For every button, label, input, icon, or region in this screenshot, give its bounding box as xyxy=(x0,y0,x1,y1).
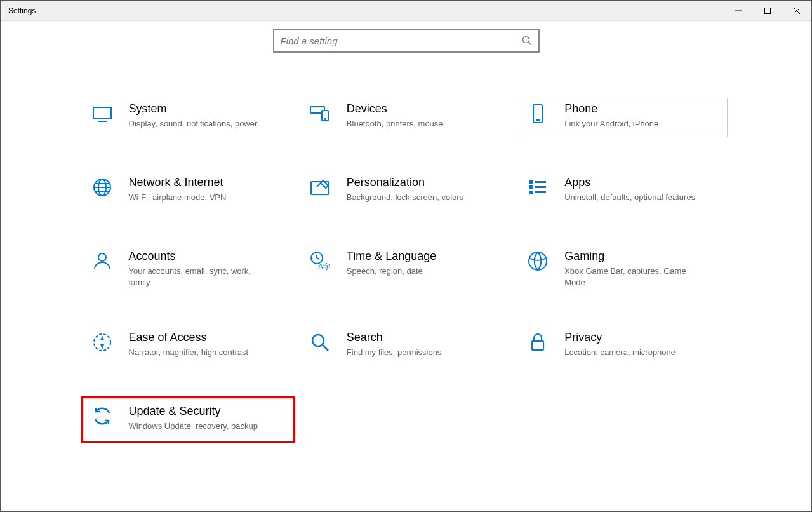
tile-title: Update & Security xyxy=(129,405,258,418)
svg-point-10 xyxy=(324,118,326,119)
tile-desc: Display, sound, notifications, power xyxy=(129,118,258,130)
lock-icon xyxy=(526,331,549,354)
tile-apps[interactable]: Apps Uninstall, defaults, optional featu… xyxy=(521,172,726,210)
tile-desc: Uninstall, defaults, optional features xyxy=(564,192,695,203)
tile-time-language[interactable]: A字 Time & Language Speech, region, date xyxy=(303,246,509,292)
tile-title: Network & Internet xyxy=(129,176,227,189)
svg-rect-6 xyxy=(93,107,111,119)
window-controls xyxy=(724,1,811,21)
close-button[interactable] xyxy=(782,1,811,21)
tile-desc: Link your Android, iPhone xyxy=(564,118,658,130)
tile-ease-of-access[interactable]: Ease of Access Narrator, magnifier, high… xyxy=(86,327,291,365)
tile-desc: Windows Update, recovery, backup xyxy=(129,421,258,432)
tile-title: Time & Language xyxy=(347,250,436,263)
tile-title: Personalization xyxy=(347,176,463,189)
accounts-icon xyxy=(91,250,114,273)
tile-system[interactable]: System Display, sound, notifications, po… xyxy=(86,98,291,137)
search-tile-icon xyxy=(309,331,331,354)
phone-icon xyxy=(526,102,549,125)
system-icon xyxy=(91,102,114,125)
svg-rect-25 xyxy=(535,191,546,193)
svg-rect-35 xyxy=(532,341,543,350)
tile-privacy[interactable]: Privacy Location, camera, microphone xyxy=(521,327,726,365)
search-input[interactable] xyxy=(281,36,522,46)
time-language-icon: A字 xyxy=(309,250,331,273)
tile-gaming[interactable]: Gaming Xbox Game Bar, captures, Game Mod… xyxy=(521,246,726,292)
tile-title: Gaming xyxy=(564,250,704,263)
tile-desc: Location, camera, microphone xyxy=(564,347,676,358)
tile-desc: Narrator, magnifier, high contrast xyxy=(129,347,249,358)
search-icon xyxy=(522,36,532,46)
window-title: Settings xyxy=(8,6,36,15)
search-box[interactable] xyxy=(273,29,540,53)
tile-desc: Speech, region, date xyxy=(347,266,436,277)
svg-rect-1 xyxy=(765,8,771,14)
svg-rect-20 xyxy=(529,180,533,184)
svg-line-34 xyxy=(323,345,328,351)
tile-network[interactable]: Network & Internet Wi-Fi, airplane mode,… xyxy=(86,172,291,210)
maximize-button[interactable] xyxy=(753,1,782,21)
svg-rect-23 xyxy=(535,181,546,183)
tile-title: Phone xyxy=(564,102,658,116)
tile-update-security[interactable]: Update & Security Windows Update, recove… xyxy=(86,401,291,439)
tile-title: Accounts xyxy=(129,250,269,263)
svg-point-4 xyxy=(522,37,529,43)
personalization-icon xyxy=(309,176,331,199)
devices-icon xyxy=(309,102,331,125)
tile-title: Apps xyxy=(564,176,695,189)
globe-icon xyxy=(91,176,114,199)
content-area: System Display, sound, notifications, po… xyxy=(1,21,811,439)
tile-title: Search xyxy=(347,331,442,344)
svg-text:A字: A字 xyxy=(318,262,331,271)
tile-desc: Bluetooth, printers, mouse xyxy=(347,118,443,130)
svg-line-5 xyxy=(528,43,531,46)
tile-search[interactable]: Search Find my files, permissions xyxy=(303,327,509,365)
minimize-button[interactable] xyxy=(724,1,753,21)
svg-point-31 xyxy=(529,252,547,270)
svg-rect-22 xyxy=(529,191,533,194)
svg-line-19 xyxy=(317,183,321,187)
tile-devices[interactable]: Devices Bluetooth, printers, mouse xyxy=(303,98,509,137)
svg-rect-21 xyxy=(529,185,533,189)
tile-desc: Wi-Fi, airplane mode, VPN xyxy=(129,192,227,203)
tile-personalization[interactable]: Personalization Background, lock screen,… xyxy=(303,172,509,210)
tile-phone[interactable]: Phone Link your Android, iPhone xyxy=(521,98,726,137)
tile-title: Privacy xyxy=(564,331,676,344)
gaming-icon xyxy=(526,250,549,273)
tile-title: Devices xyxy=(347,102,443,116)
svg-rect-24 xyxy=(535,186,546,188)
svg-line-29 xyxy=(317,258,319,259)
update-icon xyxy=(91,405,114,428)
ease-of-access-icon xyxy=(91,331,114,354)
tile-desc: Xbox Game Bar, captures, Game Mode xyxy=(564,266,704,288)
tile-title: Ease of Access xyxy=(129,331,249,344)
settings-grid: System Display, sound, notifications, po… xyxy=(86,98,727,439)
tile-title: System xyxy=(129,102,258,116)
apps-icon xyxy=(526,176,549,199)
titlebar: Settings xyxy=(1,1,811,21)
tile-accounts[interactable]: Accounts Your accounts, email, sync, wor… xyxy=(86,246,291,292)
tile-desc: Find my files, permissions xyxy=(347,347,442,358)
tile-desc: Your accounts, email, sync, work, family xyxy=(129,266,269,288)
tile-desc: Background, lock screen, colors xyxy=(347,192,463,203)
svg-point-26 xyxy=(98,253,106,261)
svg-point-33 xyxy=(312,335,324,346)
